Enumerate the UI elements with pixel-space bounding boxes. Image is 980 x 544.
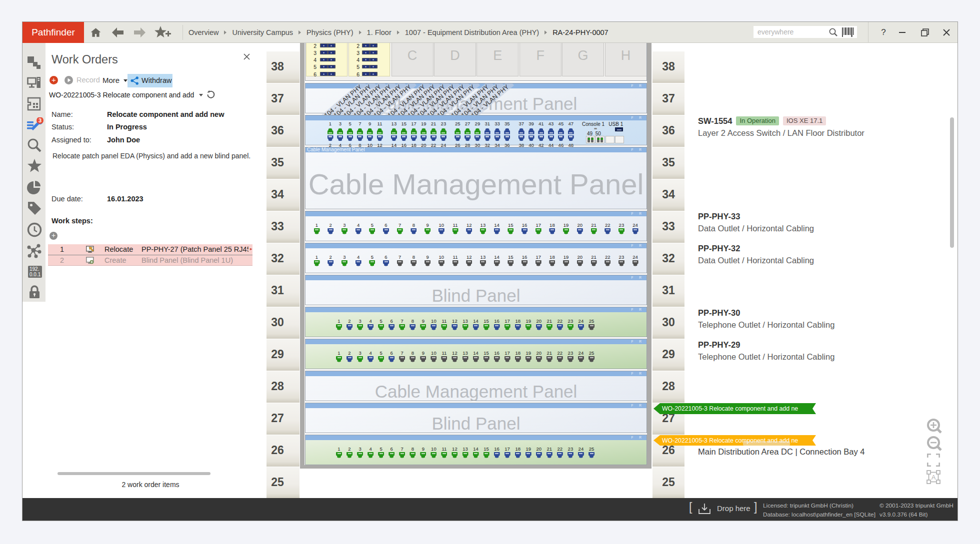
- svg-text:3: 3: [38, 117, 42, 123]
- svg-text:0.0.1: 0.0.1: [30, 272, 41, 277]
- svg-text:A: A: [932, 474, 936, 481]
- svg-text:192.: 192.: [30, 266, 39, 272]
